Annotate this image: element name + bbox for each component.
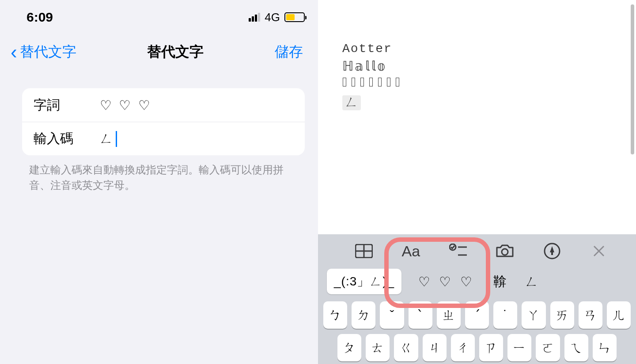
key[interactable]: ㄣ (593, 334, 617, 361)
key[interactable]: ㄛ (536, 334, 560, 361)
text-replacement-form: 字詞 ♡ ♡ ♡ 輸入碼 ㄥ (22, 88, 305, 155)
chevron-left-icon: ‹ (11, 47, 17, 57)
note-line-2: ℍ𝕒𝕝𝕝𝕠 (342, 58, 627, 74)
key[interactable]: ㄗ (479, 334, 503, 361)
key[interactable]: ˊ (465, 301, 489, 329)
note-line-1: Aotter (342, 42, 627, 56)
key[interactable]: ㄆ (337, 334, 361, 361)
text-cursor (116, 131, 117, 147)
shortcut-value[interactable]: ㄥ (100, 130, 293, 148)
close-keyboard-icon[interactable] (588, 242, 610, 260)
network-label: 4G (265, 11, 280, 24)
key[interactable]: ㄢ (579, 301, 602, 329)
key[interactable]: ㄉ (352, 301, 375, 329)
key[interactable]: ˙ (493, 301, 517, 329)
key-row-1: ㄅ ㄉ ˇ ˋ ㄓ ˊ ˙ ㄚ ㄞ ㄢ ㄦ (323, 301, 631, 329)
nav-bar: ‹ 替代文字 替代文字 儲存 (0, 25, 318, 75)
table-icon[interactable] (353, 242, 375, 260)
key[interactable]: ˋ (409, 301, 432, 329)
candidate-bar: _(:3」ㄥ)_ ♡ ♡ ♡ 鞥 ㄥ (318, 266, 636, 301)
keyboard-keys: ㄅ ㄉ ˇ ˋ ㄓ ˊ ˙ ㄚ ㄞ ㄢ ㄦ ㄆ ㄊ ㄍ ㄐ ㄔ (318, 301, 636, 364)
page-title: 替代文字 (147, 42, 204, 62)
checklist-icon[interactable] (447, 242, 469, 260)
back-button[interactable]: ‹ 替代文字 (11, 42, 76, 62)
keyboard-toolbar: Aa (318, 234, 636, 266)
markup-icon[interactable] (541, 242, 563, 260)
save-button[interactable]: 儲存 (275, 42, 303, 62)
key[interactable]: ㄔ (451, 334, 475, 361)
battery-icon (284, 12, 305, 22)
svg-rect-8 (551, 252, 553, 255)
form-hint: 建立輸入碼來自動轉換成指定字詞。輸入碼可以使用拼音、注音或英文字母。 (0, 155, 318, 193)
status-time: 6:09 (26, 10, 53, 25)
svg-point-6 (502, 249, 508, 255)
phrase-row[interactable]: 字詞 ♡ ♡ ♡ (22, 88, 305, 122)
candidate-2[interactable]: 鞥 (492, 270, 508, 293)
note-line-4: ㄥ (342, 93, 627, 111)
key[interactable]: ㄅ (323, 301, 347, 329)
key[interactable]: ˇ (380, 301, 404, 329)
phrase-value[interactable]: ♡ ♡ ♡ (100, 98, 293, 113)
key[interactable]: ㄍ (394, 334, 418, 361)
phrase-label: 字詞 (34, 96, 100, 114)
key[interactable]: ㄊ (366, 334, 390, 361)
key[interactable]: ㄧ (507, 334, 531, 361)
notes-screen: Aotter ℍ𝕒𝕝𝕝𝕠 𓆉𓃰𓃟𓂀𓃒𓅢𓆑 ㄥ Aa (318, 0, 636, 364)
candidate-3[interactable]: ㄥ (523, 270, 540, 293)
signal-icon (249, 13, 260, 22)
shortcut-row[interactable]: 輸入碼 ㄥ (22, 122, 305, 155)
key-row-2: ㄆ ㄊ ㄍ ㄐ ㄔ ㄗ ㄧ ㄛ ㄟ ㄣ (323, 334, 631, 361)
text-format-icon[interactable]: Aa (400, 242, 421, 260)
shortcut-label: 輸入碼 (34, 130, 100, 148)
note-line-3: 𓆉𓃰𓃟𓂀𓃒𓅢𓆑 (342, 75, 627, 90)
settings-screen: 6:09 4G ‹ 替代文字 替代文字 儲存 字詞 ♡ ♡ ♡ 輸入碼 (0, 0, 318, 364)
status-bar: 6:09 4G (0, 0, 318, 25)
key[interactable]: ㄓ (437, 301, 461, 329)
scrollbar[interactable] (631, 4, 634, 154)
key[interactable]: ㄚ (522, 301, 545, 329)
key[interactable]: ㄐ (423, 334, 447, 361)
keyboard: Aa _(:3」ㄥ)_ ♡ ♡ ♡ 鞥 ㄥ (318, 234, 636, 364)
key[interactable]: ㄞ (550, 301, 574, 329)
camera-icon[interactable] (494, 242, 515, 260)
note-content[interactable]: Aotter ℍ𝕒𝕝𝕝𝕠 𓆉𓃰𓃟𓂀𓃒𓅢𓆑 ㄥ (318, 0, 636, 111)
key[interactable]: ㄟ (564, 334, 588, 361)
back-label: 替代文字 (20, 42, 76, 62)
key[interactable]: ㄦ (607, 301, 631, 329)
candidate-1[interactable]: ♡ ♡ ♡ (416, 271, 477, 292)
candidate-0[interactable]: _(:3」ㄥ)_ (327, 269, 401, 294)
